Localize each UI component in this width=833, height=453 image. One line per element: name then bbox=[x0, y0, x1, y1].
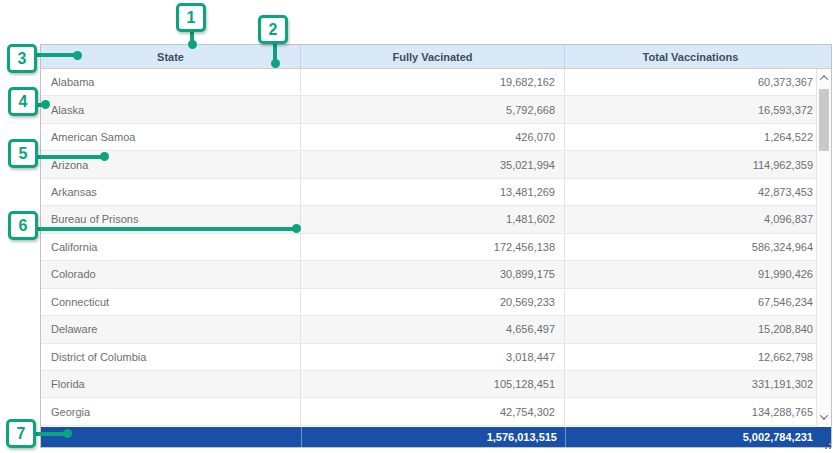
annotation-connector-5 bbox=[36, 155, 104, 159]
annotation-callout-5: 5 bbox=[8, 139, 38, 168]
cell-total-vaccinations: 1,264,522 bbox=[565, 124, 816, 150]
cell-fully-vaccinated: 105,128,451 bbox=[301, 371, 565, 397]
cell-state: Georgia bbox=[41, 398, 301, 424]
table-row[interactable]: Arkansas13,481,26942,873,453 bbox=[41, 179, 816, 206]
cell-total-vaccinations: 12,662,798 bbox=[565, 344, 816, 370]
cell-fully-vaccinated: 30,899,175 bbox=[301, 261, 565, 287]
annotation-callout-3: 3 bbox=[7, 44, 37, 73]
cell-fully-vaccinated: 1,481,602 bbox=[301, 206, 565, 232]
annotation-dot-6 bbox=[292, 224, 301, 233]
cell-total-vaccinations: 91,990,426 bbox=[565, 261, 816, 287]
cell-fully-vaccinated: 13,481,269 bbox=[301, 179, 565, 205]
annotation-dot-5 bbox=[100, 152, 109, 161]
cell-total-vaccinations: 114,962,359 bbox=[565, 151, 816, 177]
table-row[interactable]: American Samoa426,0701,264,522 bbox=[41, 124, 816, 151]
annotation-callout-7: 7 bbox=[6, 419, 36, 448]
cell-fully-vaccinated: 426,070 bbox=[301, 124, 565, 150]
table-row[interactable]: Colorado30,899,17591,990,426 bbox=[41, 261, 816, 288]
totals-total-vaccinations: 5,002,784,231 bbox=[565, 427, 831, 447]
table-row[interactable]: Connecticut20,569,23367,546,234 bbox=[41, 289, 816, 316]
cell-total-vaccinations: 15,208,840 bbox=[565, 316, 816, 342]
annotation-callout-1: 1 bbox=[176, 3, 206, 32]
cell-total-vaccinations: 67,546,234 bbox=[565, 289, 816, 315]
data-table: State Fully Vacinated Total Vaccinations… bbox=[40, 44, 832, 448]
column-header-fully-vaccinated[interactable]: Fully Vacinated bbox=[301, 45, 565, 68]
cell-state: Delaware bbox=[41, 316, 301, 342]
cell-total-vaccinations: 16,593,372 bbox=[565, 96, 816, 122]
table-header-row: State Fully Vacinated Total Vaccinations bbox=[41, 45, 831, 69]
scroll-up-button[interactable] bbox=[817, 71, 831, 85]
totals-fully-vaccinated: 1,576,013,515 bbox=[301, 427, 565, 447]
annotation-dot-2 bbox=[271, 59, 280, 68]
cell-state: Colorado bbox=[41, 261, 301, 287]
cell-total-vaccinations: 134,288,765 bbox=[565, 398, 816, 424]
list-table-report: State Fully Vacinated Total Vaccinations… bbox=[0, 0, 833, 453]
table-body: Alabama19,682,16260,373,367Alaska5,792,6… bbox=[41, 69, 816, 426]
table-row[interactable]: Alaska5,792,66816,593,372 bbox=[41, 96, 816, 123]
scroll-down-button[interactable] bbox=[817, 410, 831, 424]
cell-fully-vaccinated: 4,656,497 bbox=[301, 316, 565, 342]
chevron-down-icon bbox=[820, 411, 828, 419]
cell-fully-vaccinated: 5,792,668 bbox=[301, 96, 565, 122]
cell-fully-vaccinated: 35,021,994 bbox=[301, 151, 565, 177]
cell-fully-vaccinated: 20,569,233 bbox=[301, 289, 565, 315]
cell-state: American Samoa bbox=[41, 124, 301, 150]
cell-state: Arkansas bbox=[41, 179, 301, 205]
annotation-connector-6 bbox=[36, 227, 296, 231]
cell-total-vaccinations: 4,096,837 bbox=[565, 206, 816, 232]
cell-fully-vaccinated: 19,682,162 bbox=[301, 69, 565, 95]
annotation-dot-1 bbox=[188, 40, 197, 49]
cell-fully-vaccinated: 172,456,138 bbox=[301, 234, 565, 260]
cell-total-vaccinations: 60,373,367 bbox=[565, 69, 816, 95]
cell-state: Alabama bbox=[41, 69, 301, 95]
scrollbar-thumb[interactable] bbox=[819, 89, 829, 151]
cell-state: District of Columbia bbox=[41, 344, 301, 370]
cell-total-vaccinations: 331,191,302 bbox=[565, 371, 816, 397]
cell-state: Connecticut bbox=[41, 289, 301, 315]
table-row[interactable]: Georgia42,754,302134,288,765 bbox=[41, 398, 816, 425]
resize-grip-icon[interactable] bbox=[821, 442, 833, 453]
column-header-total-vaccinations[interactable]: Total Vaccinations bbox=[565, 45, 816, 68]
table-row[interactable]: Alabama19,682,16260,373,367 bbox=[41, 69, 816, 96]
cell-fully-vaccinated: 3,018,447 bbox=[301, 344, 565, 370]
chevron-up-icon bbox=[820, 75, 828, 83]
cell-total-vaccinations: 586,324,964 bbox=[565, 234, 816, 260]
cell-total-vaccinations: 42,873,453 bbox=[565, 179, 816, 205]
vertical-scrollbar[interactable] bbox=[816, 69, 831, 426]
annotation-callout-4: 4 bbox=[8, 87, 38, 116]
annotation-callout-2: 2 bbox=[258, 15, 288, 44]
annotation-callout-6: 6 bbox=[8, 211, 38, 240]
annotation-dot-7 bbox=[63, 429, 72, 438]
totals-state-cell bbox=[41, 427, 301, 447]
table-row[interactable]: Delaware4,656,49715,208,840 bbox=[41, 316, 816, 343]
totals-row: 1,576,013,515 5,002,784,231 bbox=[41, 427, 831, 447]
table-row[interactable]: Florida105,128,451331,191,302 bbox=[41, 371, 816, 398]
table-row[interactable]: California172,456,138586,324,964 bbox=[41, 234, 816, 261]
cell-state: Alaska bbox=[41, 96, 301, 122]
cell-state: Florida bbox=[41, 371, 301, 397]
annotation-connector-3 bbox=[36, 53, 77, 57]
table-row[interactable]: District of Columbia3,018,44712,662,798 bbox=[41, 344, 816, 371]
cell-state: California bbox=[41, 234, 301, 260]
annotation-dot-4 bbox=[41, 100, 50, 109]
cell-fully-vaccinated: 42,754,302 bbox=[301, 398, 565, 424]
annotation-dot-3 bbox=[73, 51, 82, 60]
table-row[interactable]: Arizona35,021,994114,962,359 bbox=[41, 151, 816, 178]
